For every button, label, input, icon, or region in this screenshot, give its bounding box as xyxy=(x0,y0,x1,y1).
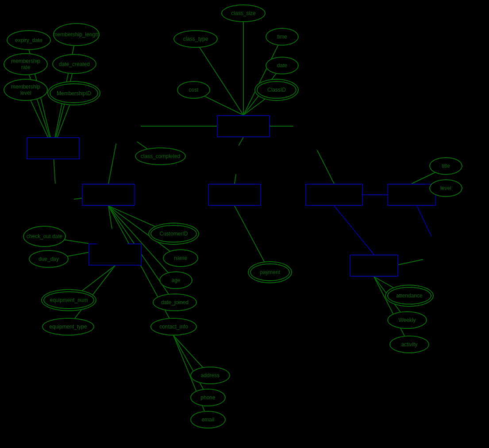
attr-class-completed: class_completed xyxy=(135,147,186,165)
attr-membership-length: membership_length xyxy=(53,23,100,46)
attr-membershipid: MembershipID xyxy=(50,83,98,103)
rel-owns xyxy=(35,180,74,219)
attr-class-size: class_size xyxy=(221,4,266,22)
rel-requires xyxy=(415,236,457,278)
entity-class xyxy=(217,115,270,137)
attr-contact-info: contact_info xyxy=(150,318,197,336)
rel-signup xyxy=(96,106,142,153)
svg-line-43 xyxy=(235,206,270,272)
attr-time: time xyxy=(266,28,299,46)
attr-age: age xyxy=(159,271,193,289)
attr-name: name xyxy=(163,249,198,267)
attr-title: title xyxy=(429,157,462,175)
attr-due-day: due_day xyxy=(29,250,69,268)
svg-line-12 xyxy=(195,40,243,115)
attr-weekly: Weekly xyxy=(387,311,427,329)
svg-line-35 xyxy=(173,336,208,398)
attr-expiry-date: expiry_date xyxy=(7,30,51,50)
attr-classid: ClassID xyxy=(257,81,296,99)
entity-reports xyxy=(350,255,398,277)
attr-equipment-num: equipment_num xyxy=(43,291,94,309)
entity-customers xyxy=(82,184,135,206)
rel-hostedin xyxy=(215,138,259,182)
attr-class-type: class_type xyxy=(173,30,218,48)
svg-line-3 xyxy=(53,66,74,148)
attr-address: address xyxy=(190,367,230,384)
svg-line-2 xyxy=(26,64,53,148)
attr-customerid: CustomerID xyxy=(150,225,197,243)
attr-attendance: attendance xyxy=(387,287,431,305)
attr-activity: activity xyxy=(389,336,429,353)
svg-line-13 xyxy=(243,38,282,115)
attr-cost: cost xyxy=(177,81,210,99)
entity-facility xyxy=(208,184,261,206)
rel-approvesby xyxy=(286,102,335,151)
attr-date-created: date_created xyxy=(52,54,96,74)
attr-payment: payment xyxy=(250,263,290,281)
attr-phone: phone xyxy=(190,389,226,406)
attr-check-out-date: check_out date xyxy=(23,226,66,247)
attr-membership-rate: membership rate xyxy=(4,53,48,75)
entity-receptionist xyxy=(305,184,363,206)
er-diagram: expiry_date membership_length membership… xyxy=(0,0,489,448)
attr-membership-level: membership level xyxy=(4,79,48,101)
attr-equipment-type: equipment_type xyxy=(42,318,94,336)
entity-membership xyxy=(27,137,80,159)
attr-level: level xyxy=(429,179,462,197)
attr-date-joined: date_joined xyxy=(153,294,197,311)
attr-date: date xyxy=(266,57,299,74)
attr-email: email xyxy=(190,411,226,429)
entity-manager xyxy=(387,184,436,206)
svg-line-44 xyxy=(334,206,374,255)
